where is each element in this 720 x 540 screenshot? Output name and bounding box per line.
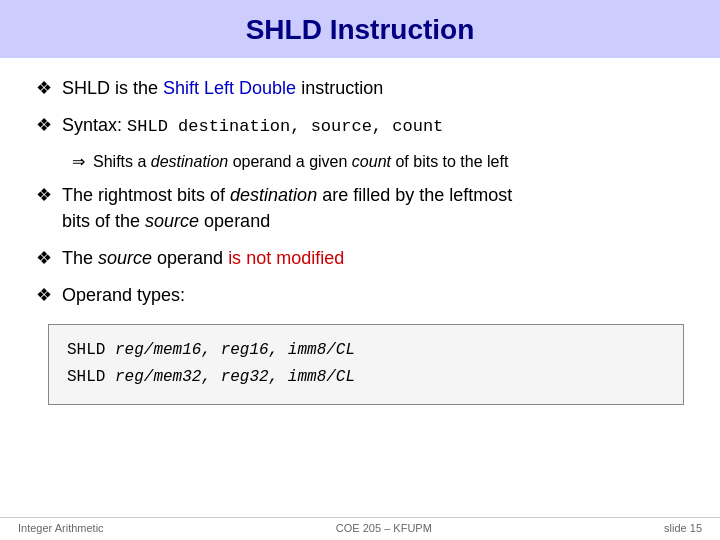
b4-text2: operand bbox=[152, 248, 228, 268]
diamond-icon-3: ❖ bbox=[36, 184, 52, 206]
arrow-icon: ⇒ bbox=[72, 152, 85, 171]
bullet-5: ❖ Operand types: bbox=[36, 283, 684, 308]
bullet-4: ❖ The source operand is not modified bbox=[36, 246, 684, 271]
b4-text1: The bbox=[62, 248, 98, 268]
code-line-1: SHLD reg/mem16, reg16, imm8/CL bbox=[67, 337, 665, 364]
diamond-icon-5: ❖ bbox=[36, 284, 52, 306]
sub-italic-count: count bbox=[352, 153, 391, 170]
code-keyword-2: SHLD bbox=[67, 368, 105, 386]
b3-italic2: source bbox=[145, 211, 199, 231]
diamond-icon-1: ❖ bbox=[36, 77, 52, 99]
footer-center: COE 205 – KFUPM bbox=[336, 522, 432, 534]
sub-text-3: of bits to the left bbox=[391, 153, 508, 170]
sub-text-2: operand a given bbox=[228, 153, 352, 170]
code-rest-1: reg/mem16, reg16, imm8/CL bbox=[105, 341, 355, 359]
bullet-1-suffix: instruction bbox=[296, 78, 383, 98]
bullet-3-text: The rightmost bits of destination are fi… bbox=[62, 183, 512, 233]
bullet-1-text: SHLD is the Shift Left Double instructio… bbox=[62, 76, 383, 101]
slide-footer: Integer Arithmetic COE 205 – KFUPM slide… bbox=[0, 517, 720, 540]
footer-right: slide 15 bbox=[664, 522, 702, 534]
footer-left: Integer Arithmetic bbox=[18, 522, 104, 534]
bullet-4-text: The source operand is not modified bbox=[62, 246, 344, 271]
bullet-1-prefix: SHLD is the bbox=[62, 78, 163, 98]
sub-bullet-1: ⇒ Shifts a destination operand a given c… bbox=[72, 151, 684, 173]
bullet-2-text: Syntax: SHLD destination, source, count bbox=[62, 113, 443, 139]
bullet-3: ❖ The rightmost bits of destination are … bbox=[36, 183, 684, 233]
slide: SHLD Instruction ❖ SHLD is the Shift Lef… bbox=[0, 0, 720, 540]
sub-text-1: Shifts a bbox=[93, 153, 151, 170]
bullet-1: ❖ SHLD is the Shift Left Double instruct… bbox=[36, 76, 684, 101]
code-line-2: SHLD reg/mem32, reg32, imm8/CL bbox=[67, 364, 665, 391]
b3-italic1: destination bbox=[230, 185, 317, 205]
code-keyword-1: SHLD bbox=[67, 341, 105, 359]
bullet-2-code: SHLD destination, source, count bbox=[127, 117, 443, 136]
slide-title: SHLD Instruction bbox=[20, 14, 700, 46]
code-box: SHLD reg/mem16, reg16, imm8/CL SHLD reg/… bbox=[48, 324, 684, 404]
b3-text1: The rightmost bits of bbox=[62, 185, 230, 205]
diamond-icon-2: ❖ bbox=[36, 114, 52, 136]
bullet-5-text: Operand types: bbox=[62, 283, 185, 308]
bullet-2: ❖ Syntax: SHLD destination, source, coun… bbox=[36, 113, 684, 139]
b3-text3: operand bbox=[199, 211, 270, 231]
b4-highlight: is not modified bbox=[228, 248, 344, 268]
slide-content: ❖ SHLD is the Shift Left Double instruct… bbox=[0, 58, 720, 517]
sub-bullet-text: Shifts a destination operand a given cou… bbox=[93, 151, 508, 173]
bullet-2-prefix: Syntax: bbox=[62, 115, 127, 135]
sub-italic-dest: destination bbox=[151, 153, 228, 170]
bullet-1-highlight: Shift Left Double bbox=[163, 78, 296, 98]
diamond-icon-4: ❖ bbox=[36, 247, 52, 269]
code-rest-2: reg/mem32, reg32, imm8/CL bbox=[105, 368, 355, 386]
slide-header: SHLD Instruction bbox=[0, 0, 720, 58]
b4-italic1: source bbox=[98, 248, 152, 268]
